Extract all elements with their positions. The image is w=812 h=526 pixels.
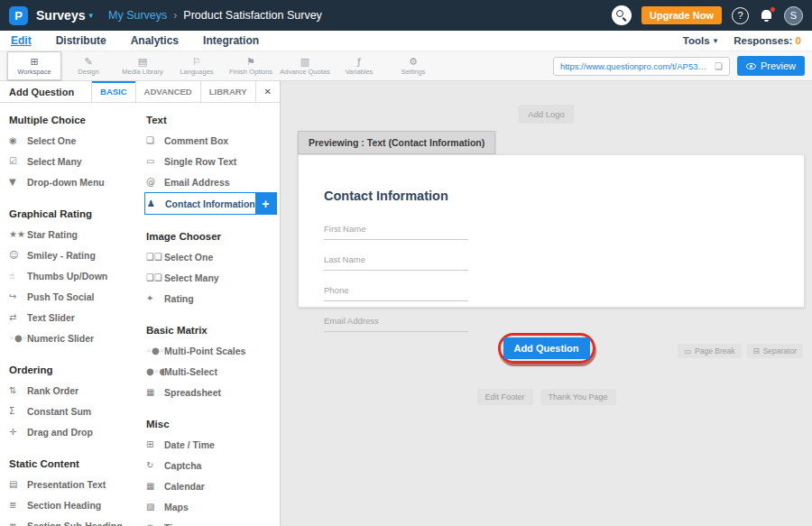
- add-question-button[interactable]: Add Question: [503, 337, 589, 359]
- separator-button[interactable]: ⊟ Separator: [747, 344, 803, 358]
- tab-basic[interactable]: BASIC: [91, 81, 135, 102]
- email-address-input[interactable]: Email Address: [324, 309, 468, 332]
- responses-label: Responses:: [734, 35, 792, 46]
- preview-banner: Previewing : Text (Contact Information): [298, 131, 495, 154]
- question-type-section-sub-heading[interactable]: ≡ Section Sub-Heading: [9, 515, 146, 526]
- toolbar-item-design[interactable]: ✎ Design: [61, 51, 115, 80]
- question-type-text-slider[interactable]: ⇄ Text Slider: [9, 307, 146, 328]
- question-type-select-many[interactable]: ☑ Select Many: [9, 151, 146, 171]
- question-type-multi-select[interactable]: ●◦● Multi-Select: [146, 361, 279, 382]
- question-type-thumbs-up-down[interactable]: ☝ Thumbs Up/Down: [9, 265, 146, 286]
- first-name-input[interactable]: First Name: [324, 217, 468, 240]
- question-type-constant-sum[interactable]: Σ Constant Sum: [9, 401, 146, 421]
- question-type-rank-order[interactable]: ⇅ Rank Order: [9, 380, 146, 401]
- add-question-annotation-ring: Add Question: [497, 333, 595, 364]
- page-break-icon: ▭: [684, 346, 691, 355]
- question-type-dropdown-menu[interactable]: ▼ Drop-down Menu: [9, 171, 146, 192]
- question-title: Contact Information: [324, 189, 804, 203]
- question-type-single-row-text[interactable]: ▭ Single Row Text: [146, 151, 279, 171]
- preview-button[interactable]: Preview: [737, 56, 805, 76]
- separator-label: Separator: [763, 346, 797, 355]
- toolbar-item-advance-quotas[interactable]: ▥ Advance Quotas: [278, 51, 332, 80]
- toolbar-item-variables[interactable]: ƒ Variables: [332, 51, 386, 80]
- contact-fields: First Name Last Name Phone Email Address: [324, 217, 468, 332]
- toolbar-item-media-library[interactable]: ▤ Media Library: [115, 51, 170, 80]
- question-type-date-time[interactable]: ⊞ Date / Time: [146, 434, 279, 455]
- tab-integration[interactable]: Integration: [203, 34, 259, 47]
- questionpro-app: P Surveys ▾ My Surveys › Product Satisfa…: [0, 0, 812, 526]
- drag-and-drop-icon: ✛: [9, 427, 27, 437]
- my-surveys-link[interactable]: My Surveys: [108, 9, 167, 22]
- insert-controls: ▭ Page Break ⊟ Separator: [678, 344, 803, 358]
- question-type-contact-information[interactable]: ♟ Contact Information +: [144, 192, 277, 215]
- help-button[interactable]: ?: [732, 7, 749, 24]
- question-type-section-heading[interactable]: ≣ Section Heading: [9, 494, 146, 515]
- group-heading-basic-matrix: Basic Matrix: [146, 319, 279, 340]
- question-type-multi-point-scales[interactable]: ◦●◦ Multi-Point Scales: [146, 340, 279, 361]
- group-heading-static-content: Static Content: [9, 453, 146, 474]
- toolbar-item-languages[interactable]: ⚐ Languages: [170, 51, 224, 80]
- avatar[interactable]: S: [784, 6, 803, 25]
- phone-input[interactable]: Phone: [324, 279, 468, 301]
- spreadsheet-icon: ▦: [146, 387, 164, 397]
- field-placeholder: Last Name: [324, 254, 365, 264]
- toolbar-item-workspace[interactable]: ⊞ Workspace: [7, 51, 61, 80]
- tab-library[interactable]: LIBRARY: [200, 81, 255, 102]
- question-type-timer[interactable]: ◷ Timer: [146, 517, 279, 526]
- question-type-spreadsheet[interactable]: ▦ Spreadsheet: [146, 382, 279, 402]
- question-type-email-address[interactable]: @ Email Address: [146, 171, 279, 192]
- question-type-image-select-one[interactable]: ❑❑ Select One: [146, 246, 279, 267]
- maps-icon: ▨: [146, 502, 164, 512]
- question-types-column-2: Text ❏ Comment Box ▭ Single Row Text @: [146, 107, 279, 526]
- copy-link-icon[interactable]: ❏: [715, 61, 723, 71]
- page-title: Product Satisfaction Survey: [183, 9, 322, 22]
- nav-right: Tools ▾ Responses: 0: [683, 35, 801, 46]
- question-type-columns: Multiple Choice ◉ Select One ☑ Select Ma…: [0, 103, 280, 526]
- survey-url: https://www.questionpro.com/t/AP53kZgUI: [560, 61, 710, 71]
- tab-edit[interactable]: Edit: [11, 34, 32, 47]
- question-type-image-rating[interactable]: ✦ Rating: [146, 288, 279, 309]
- edit-footer-button[interactable]: Edit Footer: [476, 389, 532, 405]
- question-type-push-to-social[interactable]: ↪ Push To Social: [9, 286, 146, 307]
- questionpro-logo[interactable]: P: [9, 6, 28, 25]
- close-panel-button[interactable]: ✕: [255, 81, 280, 102]
- question-type-comment-box[interactable]: ❏ Comment Box: [146, 130, 279, 151]
- thank-you-page-button[interactable]: Thank You Page: [540, 389, 615, 405]
- page-break-button[interactable]: ▭ Page Break: [678, 344, 741, 358]
- tab-analytics[interactable]: Analytics: [131, 34, 179, 47]
- last-name-input[interactable]: Last Name: [324, 248, 468, 271]
- upgrade-button[interactable]: Upgrade Now: [641, 6, 722, 24]
- question-type-calendar[interactable]: ▦ Calendar: [146, 475, 279, 496]
- toolbar-item-settings[interactable]: ⚙ Settings: [386, 51, 440, 80]
- select-one-icon: ◉: [9, 135, 27, 145]
- field-placeholder: Phone: [324, 285, 348, 295]
- chevron-down-icon: ▾: [88, 11, 93, 20]
- question-type-star-rating[interactable]: ★★ Star Rating: [9, 224, 146, 245]
- edit-toolbar: ⊞ Workspace ✎ Design ▤ Media Library ⚐ L…: [0, 51, 812, 81]
- tab-distribute[interactable]: Distribute: [56, 34, 106, 47]
- question-type-smiley-rating[interactable]: ☺ Smiley - Rating: [9, 245, 146, 265]
- question-type-captcha[interactable]: ↻ Captcha: [146, 455, 279, 475]
- toolbar-item-finish-options[interactable]: ⚑ Finish Options: [224, 51, 278, 80]
- add-selected-question-button[interactable]: +: [255, 193, 276, 214]
- responses-counter[interactable]: Responses: 0: [734, 35, 801, 46]
- section-sub-heading-icon: ≡: [9, 521, 27, 526]
- question-type-presentation-text[interactable]: ▤ Presentation Text: [9, 474, 146, 494]
- bell-clapper: [764, 20, 769, 22]
- tab-advanced[interactable]: ADVANCED: [135, 81, 200, 102]
- search-button[interactable]: [612, 5, 632, 25]
- media-library-icon: ▤: [138, 57, 147, 67]
- question-type-drag-and-drop[interactable]: ✛ Drag and Drop: [9, 421, 146, 442]
- question-type-numeric-slider[interactable]: ◦●◦ Numeric Slider: [9, 328, 146, 348]
- question-type-select-one[interactable]: ◉ Select One: [9, 130, 146, 151]
- separator-icon: ⊟: [753, 346, 760, 355]
- question-type-image-select-many[interactable]: ❑❑ Select Many: [146, 267, 279, 288]
- survey-url-field[interactable]: https://www.questionpro.com/t/AP53kZgUI …: [553, 57, 730, 76]
- surveys-menu[interactable]: Surveys ▾: [36, 8, 93, 23]
- tools-menu[interactable]: Tools ▾: [683, 35, 717, 46]
- workspace-icon: ⊞: [30, 57, 38, 67]
- question-type-maps[interactable]: ▨ Maps: [146, 496, 279, 517]
- group-heading-image-chooser: Image Chooser: [146, 226, 279, 246]
- notifications-button[interactable]: [759, 8, 774, 23]
- add-logo-button[interactable]: Add Logo: [518, 105, 575, 124]
